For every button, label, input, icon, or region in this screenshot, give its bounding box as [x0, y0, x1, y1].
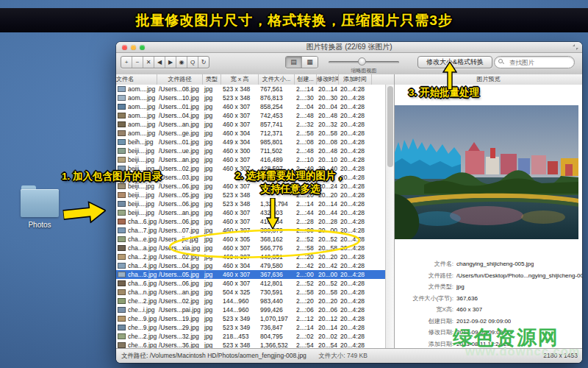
- column-header[interactable]: 文件名: [116, 74, 157, 85]
- table-row[interactable]: che...i.jpg/Users...pai.jpgjpg144...9609…: [116, 305, 385, 314]
- column-header[interactable]: 创建...: [295, 74, 317, 85]
- table-row[interactable]: che...6.jpg/Users...36.jpgjpg523 x 3481,…: [116, 341, 385, 348]
- table-cell: jpg: [203, 261, 221, 270]
- status-size-label: 文件大小:: [318, 352, 345, 359]
- detail-value: 460 x 307: [456, 304, 482, 316]
- table-cell: che...2.jpg: [116, 332, 157, 341]
- desktop-folder-photos[interactable]: Photos: [21, 184, 59, 231]
- table-row[interactable]: aom....jpg/Users...10.jpgjpg523 x 348876…: [116, 93, 385, 102]
- table-cell: 2...:04: [295, 102, 317, 111]
- table-cell: cha...2.jpg: [116, 252, 157, 261]
- magnify-button[interactable]: Q: [187, 57, 198, 68]
- table-cell: 412,801: [259, 279, 295, 288]
- remove-button[interactable]: −: [132, 57, 143, 68]
- table-cell: jpg: [203, 120, 221, 129]
- detail-value: /Users/fun/Desktop/Photo...ngying_shijic…: [456, 270, 582, 282]
- table-cell: 460 x 307: [221, 155, 259, 164]
- file-table-body: aom....jpg/Users...08.jpgjpg523 x 348767…: [116, 85, 385, 348]
- add-button[interactable]: +: [121, 57, 132, 68]
- table-row[interactable]: cha...n.jpg/Users...an.jpgjpg504 x 32573…: [116, 288, 385, 297]
- window-titlebar[interactable]: 图片转换器 (22/69 张图片): [116, 42, 582, 53]
- table-cell: 20...4:28: [339, 341, 372, 348]
- table-row[interactable]: aom....jpg/Users...08.jpgjpg523 x 348767…: [116, 85, 385, 93]
- table-cell: 1,070,197: [259, 314, 295, 323]
- table-cell: 20...14: [317, 85, 339, 93]
- search-field[interactable]: [494, 56, 575, 68]
- column-header[interactable]: 类型: [203, 74, 221, 85]
- column-header[interactable]: 文件路径: [157, 74, 203, 85]
- file-thumbnail-icon: [118, 236, 126, 242]
- column-header[interactable]: 宽 x 高: [221, 74, 259, 85]
- file-thumbnail-icon: [118, 183, 126, 189]
- list-view-button[interactable]: ▤: [286, 57, 301, 68]
- table-row[interactable]: cha...5.jpg/Users...05.jpgjpg460 x 30736…: [116, 270, 385, 279]
- table-cell: jpg: [203, 288, 221, 297]
- file-thumbnail-icon: [118, 148, 126, 154]
- table-cell: che...9.jpg: [116, 314, 157, 323]
- table-cell: jpg: [203, 323, 221, 332]
- table-row[interactable]: beiji....jpg/Users...ue.jpgjpg460 x 3007…: [116, 146, 385, 155]
- file-thumbnail-icon: [118, 280, 126, 286]
- table-cell: jpg: [203, 85, 221, 93]
- preview-eye-button[interactable]: ◉: [176, 57, 187, 68]
- preview-photo: [395, 105, 578, 239]
- table-scrollbar[interactable]: [385, 85, 394, 348]
- table-cell: 20...04: [317, 102, 339, 111]
- slider-label: 缩略图视图: [329, 67, 399, 74]
- table-cell: cha...6.jpg: [116, 279, 157, 288]
- detail-label: 修改日期:: [395, 327, 453, 339]
- table-cell: jpg: [203, 217, 221, 226]
- table-cell: cha...4.jpg: [116, 261, 157, 270]
- slider-knob[interactable]: [358, 57, 366, 66]
- table-cell: 20...4:28: [339, 199, 372, 208]
- detail-value: 367,636: [456, 293, 478, 305]
- detail-label: 创建日期:: [395, 316, 453, 328]
- table-cell: /Users...32.jpg: [157, 332, 203, 341]
- table-cell: beiji....jpg: [116, 155, 157, 164]
- table-cell: jpg: [203, 146, 221, 155]
- column-header[interactable]: 添加时间: [339, 74, 372, 85]
- prev-button[interactable]: ◀: [154, 57, 165, 68]
- fullscreen-icon[interactable]: [573, 44, 578, 50]
- table-row[interactable]: cha...4.jpg/Users...04.jpgjpg460 x 30447…: [116, 261, 385, 270]
- header-strip: 文件名文件路径类型宽 x 高文件大小...创建...修改时间添加时间 图片预览: [116, 74, 582, 85]
- table-cell: 20...4:28: [339, 129, 372, 138]
- column-header[interactable]: 修改时间: [317, 74, 339, 85]
- table-row[interactable]: che...9.jpg/Users...19.jpgjpg523 x 3491,…: [116, 314, 385, 323]
- table-cell: 999,426: [259, 305, 295, 314]
- table-cell: 804,795: [259, 332, 295, 341]
- table-cell: 20...4:28: [339, 305, 372, 314]
- detail-row: 文件路径:/Users/fun/Desktop/Photo...ngying_s…: [395, 270, 582, 282]
- grid-view-button[interactable]: ▦: [301, 57, 318, 68]
- search-input[interactable]: [508, 57, 573, 68]
- table-row[interactable]: aom....jpg/Users...an.jpgjpg460 x 307857…: [116, 120, 385, 129]
- table-row[interactable]: che...9.jpg/Users...29.jpgjpg523 x 34973…: [116, 323, 385, 332]
- column-header[interactable]: 文件大小...: [259, 74, 295, 85]
- table-cell: 712,371: [259, 129, 295, 138]
- table-cell: che...i.jpg: [116, 305, 157, 314]
- table-row[interactable]: aom....jpg/Users...04.jpgjpg460 x 307742…: [116, 111, 385, 120]
- promo-banner-text: 批量修改图片尺寸，格式转换，压缩图片只需3步: [135, 11, 453, 30]
- table-row[interactable]: aom....jpg/Users...01.jpgjpg460 x 307858…: [116, 102, 385, 111]
- table-row[interactable]: aom....jpg/Users...ge.jpgjpg460 x 304712…: [116, 129, 385, 138]
- delete-button[interactable]: ✕: [143, 57, 154, 68]
- table-cell: 20...4:28: [339, 138, 372, 146]
- thumbnail-size-slider[interactable]: [329, 60, 399, 64]
- table-row[interactable]: che...2.jpg/Users...32.jpgjpg218...45380…: [116, 332, 385, 341]
- refresh-button[interactable]: ↻: [198, 57, 209, 68]
- table-cell: /Users...01.jpg: [157, 138, 203, 146]
- view-toggle: ▤ ▦: [285, 56, 318, 68]
- table-cell: 858,254: [259, 102, 295, 111]
- table-row[interactable]: cha...6.jpg/Users...06.jpgjpg460 x 30741…: [116, 279, 385, 288]
- table-cell: aom....jpg: [116, 129, 157, 138]
- scrollbar-thumb[interactable]: [387, 86, 393, 167]
- folder-label: Photos: [13, 221, 66, 229]
- table-cell: 2...:48: [295, 111, 317, 120]
- table-row[interactable]: beih...jpg/Users...01.jpgjpg449 x 304985…: [116, 138, 385, 146]
- table-cell: 20...4:28: [339, 85, 372, 93]
- table-row[interactable]: beiji....jpg/Users...an.jpgjpg460 x 3074…: [116, 208, 385, 217]
- table-row[interactable]: beiji....jpg/Users...06.jpgjpg523 x 3481…: [116, 199, 385, 208]
- next-button[interactable]: ▶: [165, 57, 176, 68]
- table-row[interactable]: che...2.jpg/Users...02.jpgjpg144...96098…: [116, 297, 385, 305]
- table-row[interactable]: beiji....jpg/Users...an.jpgjpg460 x 3074…: [116, 155, 385, 164]
